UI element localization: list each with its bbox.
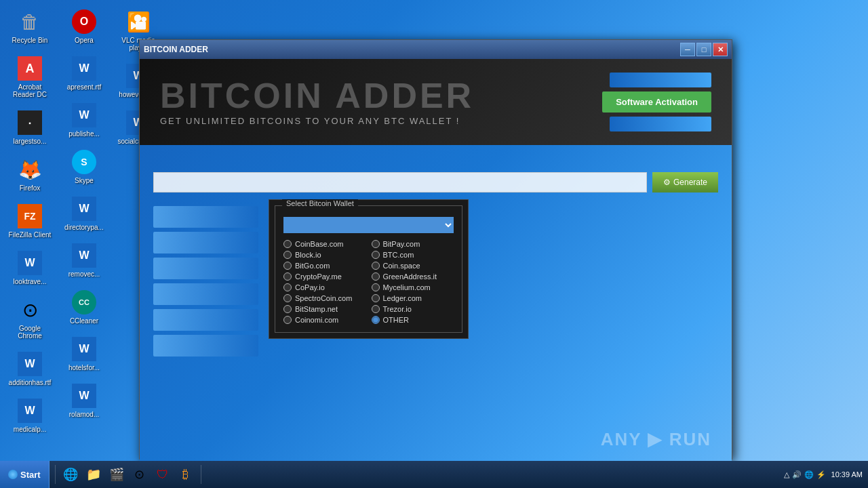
wallet-ledger-label: Ledger.com	[383, 294, 422, 302]
start-button[interactable]: Start	[0, 461, 50, 488]
desktop-icon-apresent[interactable]: W apresent.rtf	[60, 52, 108, 94]
wallet-item-coinbase[interactable]: CoinBase.com	[283, 240, 366, 248]
wallet-item-blockio[interactable]: Block.io	[283, 251, 366, 259]
desktop-icon-hotelsfor[interactable]: W hotelsfor...	[60, 333, 108, 374]
anyrun-watermark: ANY ▶ RUN	[601, 429, 711, 450]
radio-copay[interactable]	[283, 283, 292, 291]
panel-bar-5	[153, 309, 258, 331]
recycle-bin-icon: 🗑	[18, 9, 42, 34]
wallet-item-coinspace[interactable]: Coin.space	[372, 262, 454, 270]
desktop-icon-acrobat[interactable]: A Acrobat Reader DC	[5, 52, 54, 101]
publishe-label: publishe...	[68, 130, 100, 138]
header-bar-top	[610, 73, 711, 87]
looktrave-label: looktrave...	[14, 278, 47, 285]
desktop-icon-looktrave[interactable]: W looktrave...	[5, 247, 54, 288]
radio-cryptopay[interactable]	[283, 272, 292, 281]
wallet-coinbase-label: CoinBase.com	[295, 240, 344, 248]
hotelsfor-label: hotelsfor...	[68, 364, 100, 371]
taskbar-folder-icon[interactable]: 📁	[83, 464, 104, 485]
additionhas-icon: W	[18, 352, 42, 376]
bitcoin-adder-window: BITCOIN ADDER ─ □ ✕ BITCOIN ADDER GET UN…	[139, 39, 732, 460]
dialog-legend: Select Bitcoin Wallet	[282, 199, 358, 207]
wallet-item-other[interactable]: OTHER	[372, 316, 454, 324]
taskbar-ie-icon[interactable]: 🌐	[60, 464, 81, 485]
desktop-icon-recycle-bin[interactable]: 🗑 Recycle Bin	[5, 5, 54, 47]
wallet-trezor-label: Trezor.io	[383, 305, 412, 313]
desktop-icon-largest[interactable]: ▪ largestso...	[5, 106, 54, 148]
taskbar-quick-launch: 🌐 📁 🎬 ⊙ 🛡 ₿	[50, 464, 207, 485]
opera-label: Opera	[75, 37, 94, 44]
wallet-dropdown[interactable]	[283, 217, 454, 233]
radio-bitstamp[interactable]	[283, 305, 292, 313]
window-title: BITCOIN ADDER	[144, 45, 680, 54]
taskbar-chrome-taskbar-icon[interactable]: ⊙	[129, 464, 151, 485]
wallet-item-mycelium[interactable]: Mycelium.com	[372, 283, 454, 291]
medicalp-icon: W	[18, 399, 42, 423]
wallet-item-trezor[interactable]: Trezor.io	[372, 305, 454, 313]
taskbar: Start 🌐 📁 🎬 ⊙ 🛡 ₿ △ 🔊 🌐 ⚡ 10:39 AM	[0, 461, 868, 488]
radio-bitgo[interactable]	[283, 262, 292, 270]
rolamod-icon: W	[72, 384, 96, 408]
radio-ledger[interactable]	[372, 294, 380, 302]
generate-button[interactable]: ⚙ Generate	[652, 172, 718, 192]
wallet-item-greenaddress[interactable]: GreenAddress.it	[372, 272, 454, 281]
radio-btc[interactable]	[372, 251, 380, 259]
wallet-btc-label: BTC.com	[383, 251, 414, 259]
hotelsfor-icon: W	[72, 337, 96, 361]
software-activation-button[interactable]: Software Activation	[602, 92, 711, 113]
desktop-icon-ccleaner[interactable]: CC CCleaner	[60, 286, 108, 327]
filezilla-label: FileZilla Client	[9, 231, 52, 239]
desktop-icon-skype[interactable]: S Skype	[60, 146, 108, 187]
firefox-icon: 🦊	[18, 157, 42, 182]
radio-spectrocoin[interactable]	[283, 294, 292, 302]
wallet-item-cryptopay[interactable]: CryptoPay.me	[283, 272, 366, 281]
taskbar-bitcoin-icon[interactable]: ₿	[175, 464, 197, 485]
app-body: ⚙ Generate Select Bitcoin Wallet	[140, 145, 732, 477]
radio-coinspace[interactable]	[372, 262, 380, 270]
panel-bar-4	[153, 283, 258, 305]
dialog-border: Select Bitcoin Wallet CoinBase.com	[275, 205, 462, 333]
desktop-icon-removec[interactable]: W removec...	[60, 239, 108, 281]
acrobat-label: Acrobat Reader DC	[8, 83, 52, 98]
panel-bar-2	[153, 232, 258, 253]
header-right: Software Activation	[602, 73, 711, 131]
wallet-item-coinomi[interactable]: Coinomi.com	[283, 316, 366, 324]
medicalp-label: medicalp...	[14, 426, 46, 433]
radio-trezor[interactable]	[372, 305, 380, 313]
desktop-icon-filezilla[interactable]: FZ FileZilla Client	[5, 200, 54, 241]
desktop-icon-additionhas[interactable]: W additionhas.rtf	[5, 348, 54, 389]
radio-coinomi[interactable]	[283, 316, 292, 324]
wallet-item-spectrocoin[interactable]: SpectroCoin.com	[283, 294, 366, 302]
header-bar-bottom	[610, 117, 711, 131]
desktop-icon-firefox[interactable]: 🦊 Firefox	[5, 153, 54, 195]
taskbar-media-icon[interactable]: 🎬	[106, 464, 127, 485]
desktop-icon-opera[interactable]: O Opera	[60, 5, 108, 47]
desktop-icon-medicalp[interactable]: W medicalp...	[5, 394, 54, 436]
taskbar-shield-icon[interactable]: 🛡	[152, 464, 174, 485]
wallet-item-ledger[interactable]: Ledger.com	[372, 294, 454, 302]
wallet-item-copay[interactable]: CoPay.io	[283, 283, 366, 291]
maximize-button[interactable]: □	[696, 43, 711, 56]
wallet-item-bitgo[interactable]: BitGo.com	[283, 262, 366, 270]
desktop-icon-rolamod[interactable]: W rolamod...	[60, 380, 108, 421]
wallet-selection-dialog: Select Bitcoin Wallet CoinBase.com	[269, 199, 469, 339]
publishe-icon: W	[72, 103, 96, 127]
additionhas-label: additionhas.rtf	[9, 379, 52, 386]
wallet-item-bitstamp[interactable]: BitStamp.net	[283, 305, 366, 313]
radio-coinbase[interactable]	[283, 240, 292, 248]
wallet-item-btc[interactable]: BTC.com	[372, 251, 454, 259]
minimize-button[interactable]: ─	[680, 43, 695, 56]
radio-other[interactable]	[372, 316, 380, 324]
radio-blockio[interactable]	[283, 251, 292, 259]
desktop-icon-publishe[interactable]: W publishe...	[60, 99, 108, 140]
radio-bitpay[interactable]	[372, 240, 380, 248]
radio-greenaddress[interactable]	[372, 272, 380, 281]
recycle-bin-label: Recycle Bin	[12, 37, 48, 44]
wallet-address-input[interactable]	[153, 172, 647, 192]
desktop-icon-directorypa[interactable]: W directorypa...	[60, 192, 108, 234]
desktop-icon-chrome[interactable]: ⊙ Google Chrome	[5, 293, 54, 342]
radio-mycelium[interactable]	[372, 283, 380, 291]
wallet-item-bitpay[interactable]: BitPay.com	[372, 240, 454, 248]
close-button[interactable]: ✕	[713, 43, 728, 56]
wallet-mycelium-label: Mycelium.com	[383, 283, 431, 291]
